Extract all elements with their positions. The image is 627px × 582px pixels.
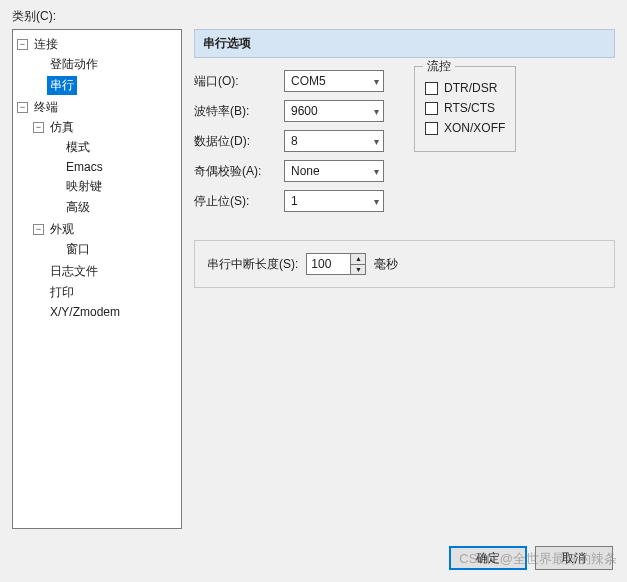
chevron-down-icon: ▾ [374,76,379,87]
cancel-button[interactable]: 取消 [535,546,613,570]
serial-break-group: 串行中断长度(S): 100 ▲ ▼ 毫秒 [194,240,615,288]
tree-node-advanced[interactable]: 高级 [47,198,181,217]
tree-node-print[interactable]: 打印 [31,283,181,302]
collapse-icon[interactable]: − [33,224,44,235]
tree-node-mapped-keys[interactable]: 映射键 [47,177,181,196]
tree-node-login-actions[interactable]: 登陆动作 [31,55,181,74]
break-length-input[interactable]: 100 [306,253,350,275]
tree-node-appearance[interactable]: − 外观 [31,220,181,239]
spinner-down-icon[interactable]: ▼ [351,265,365,275]
parity-select[interactable]: None▾ [284,160,384,182]
stop-bits-label: 停止位(S): [194,193,284,210]
parity-label: 奇偶校验(A): [194,163,284,180]
category-label: 类别(C): [12,8,615,25]
serial-options-panel: 串行选项 端口(O): COM5▾ 波特率(B): 9600▾ 数据位(D): … [194,29,615,574]
dialog-buttons: 确定 取消 [449,546,613,570]
xon-xoff-checkbox[interactable]: XON/XOFF [425,121,505,135]
baud-select[interactable]: 9600▾ [284,100,384,122]
data-bits-select[interactable]: 8▾ [284,130,384,152]
category-tree[interactable]: − 连接 登陆动作 串行 − 终端 [12,29,182,529]
tree-node-emulation[interactable]: − 仿真 [31,118,181,137]
tree-node-mode[interactable]: 模式 [47,138,181,157]
spinner-up-icon[interactable]: ▲ [351,254,365,265]
port-select[interactable]: COM5▾ [284,70,384,92]
port-label: 端口(O): [194,73,284,90]
flow-control-group: 流控 DTR/DSR RTS/CTS XON/XOFF [414,66,516,152]
chevron-down-icon: ▾ [374,136,379,147]
tree-node-connection[interactable]: − 连接 [15,35,181,54]
checkbox-icon [425,102,438,115]
ok-button[interactable]: 确定 [449,546,527,570]
data-bits-label: 数据位(D): [194,133,284,150]
dtr-dsr-checkbox[interactable]: DTR/DSR [425,81,505,95]
chevron-down-icon: ▾ [374,166,379,177]
tree-node-emacs[interactable]: Emacs [47,159,181,175]
stop-bits-select[interactable]: 1▾ [284,190,384,212]
tree-node-log-file[interactable]: 日志文件 [31,262,181,281]
checkbox-icon [425,82,438,95]
flow-control-legend: 流控 [423,58,455,75]
break-length-label: 串行中断长度(S): [207,256,298,273]
chevron-down-icon: ▾ [374,106,379,117]
serial-form: 端口(O): COM5▾ 波特率(B): 9600▾ 数据位(D): 8▾ 奇偶… [194,70,394,212]
form-area: 端口(O): COM5▾ 波特率(B): 9600▾ 数据位(D): 8▾ 奇偶… [194,70,615,212]
chevron-down-icon: ▾ [374,196,379,207]
tree-node-terminal[interactable]: − 终端 [15,98,181,117]
break-length-unit: 毫秒 [374,256,398,273]
baud-label: 波特率(B): [194,103,284,120]
rts-cts-checkbox[interactable]: RTS/CTS [425,101,505,115]
main-area: − 连接 登陆动作 串行 − 终端 [12,29,615,574]
tree-node-xyz[interactable]: X/Y/Zmodem [31,304,181,320]
tree-node-window[interactable]: 窗口 [47,240,181,259]
collapse-icon[interactable]: − [17,39,28,50]
collapse-icon[interactable]: − [33,122,44,133]
break-length-spinner[interactable]: 100 ▲ ▼ [306,253,366,275]
panel-title: 串行选项 [194,29,615,58]
dialog-root: 类别(C): − 连接 登陆动作 串行 [0,0,627,582]
checkbox-icon [425,122,438,135]
collapse-icon[interactable]: − [17,102,28,113]
tree-node-serial[interactable]: 串行 [31,76,181,95]
